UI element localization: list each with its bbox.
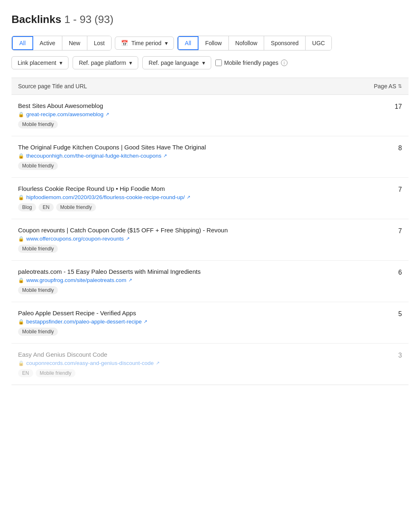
row-title: Coupon revounts | Catch Coupon Code ($15… [18, 227, 377, 234]
filter-follow-btn[interactable]: Follow [199, 36, 228, 50]
row-url-line: 🔒 thecouponhigh.com/the-original-fudge-k… [18, 153, 377, 159]
table-row: Easy And Genius Discount Code 🔒 couponre… [11, 344, 409, 385]
filter-lost-btn[interactable]: Lost [87, 36, 111, 50]
url-domain: hipfoodiemom.com [26, 194, 73, 200]
time-period-dropdown[interactable]: 📅 Time period ▾ [115, 37, 173, 50]
table-header: Source page Title and URL Page AS ⇅ [11, 78, 409, 95]
col-source-header: Source page Title and URL [18, 83, 87, 89]
row-url[interactable]: couponrecords.com/easy-and-genius-discou… [26, 360, 154, 366]
url-domain: www.offercoupons.org [26, 236, 81, 242]
url-path: /site/paleotreats.com [75, 277, 126, 283]
row-as: 17 [377, 102, 402, 110]
tag: Mobile friendly [18, 120, 58, 128]
count-range: 1 - 93 (93) [64, 13, 114, 25]
table-row: Flourless Cookie Recipe Round Up • Hip F… [11, 178, 409, 219]
mobile-friendly-filter[interactable]: Mobile friendly pages i [215, 60, 288, 66]
chevron-down-icon-4: ▾ [202, 60, 205, 66]
filter-ugc-btn[interactable]: UGC [306, 36, 331, 50]
table-row: paleotreats.com - 15 Easy Paleo Desserts… [11, 261, 409, 302]
lock-icon: 🔒 [18, 319, 24, 325]
tag: Mobile friendly [18, 162, 58, 170]
filter-sponsored-btn[interactable]: Sponsored [264, 36, 306, 50]
url-domain: couponrecords.com [26, 360, 75, 366]
external-link-icon: ↗ [156, 360, 160, 366]
row-left: Best Sites About Awesomeblog 🔒 great-rec… [18, 102, 377, 128]
row-title: Best Sites About Awesomeblog [18, 102, 377, 109]
lock-icon: 🔒 [18, 277, 24, 283]
row-title: Easy And Genius Discount Code [18, 351, 377, 358]
row-url-line: 🔒 hipfoodiemom.com/2020/03/26/flourless-… [18, 194, 377, 200]
tag: Mobile friendly [18, 328, 58, 336]
col-as-header[interactable]: Page AS ⇅ [374, 83, 402, 89]
external-link-icon: ↗ [126, 236, 130, 241]
ref-page-language-dropdown[interactable]: Ref. page language ▾ [142, 56, 211, 69]
url-path: /coupon-revounts [81, 236, 123, 242]
tag: Mobile friendly [56, 203, 96, 211]
url-path: /2020/03/26/flourless-cookie-recipe-roun… [73, 194, 185, 200]
table-row: Paleo Apple Dessert Recipe - Verified Ap… [11, 302, 409, 344]
filter-active-btn[interactable]: Active [33, 36, 62, 50]
url-path: /paleo-apple-dessert-recipe [74, 319, 142, 325]
mobile-friendly-checkbox[interactable] [215, 60, 222, 66]
url-domain: thecouponhigh.com [26, 153, 75, 159]
filter-all-btn[interactable]: All [12, 36, 33, 50]
row-as: 8 [377, 144, 402, 152]
tags-line: Mobile friendly [18, 245, 377, 253]
page-title: Backlinks 1 - 93 (93) [11, 13, 409, 26]
row-as: 6 [377, 268, 402, 276]
external-link-icon: ↗ [187, 195, 190, 200]
table-row: The Original Fudge Kitchen Coupons | Goo… [11, 136, 409, 178]
table-row: Best Sites About Awesomeblog 🔒 great-rec… [11, 95, 409, 136]
link-type-filter-group: All Follow Nofollow Sponsored UGC [177, 36, 332, 50]
link-placement-dropdown[interactable]: Link placement ▾ [11, 56, 68, 69]
tags-line: Mobile friendly [18, 328, 377, 336]
title-text: Backlinks [11, 13, 61, 25]
row-left: The Original Fudge Kitchen Coupons | Goo… [18, 144, 377, 170]
row-title: Flourless Cookie Recipe Round Up • Hip F… [18, 185, 377, 192]
external-link-icon: ↗ [144, 319, 147, 324]
row-url-line: 🔒 www.groupfrog.com/site/paleotreats.com… [18, 277, 377, 283]
lock-icon: 🔒 [18, 153, 24, 159]
external-link-icon: ↗ [128, 277, 132, 283]
url-domain: bestappsfinder.com [26, 319, 74, 325]
filter-nofollow-btn[interactable]: Nofollow [229, 36, 265, 50]
tag: Blog [18, 203, 36, 211]
row-url[interactable]: hipfoodiemom.com/2020/03/26/flourless-co… [26, 194, 185, 200]
tag: EN [39, 203, 54, 211]
row-url[interactable]: bestappsfinder.com/paleo-apple-dessert-r… [26, 319, 142, 325]
chevron-down-icon-3: ▾ [129, 60, 132, 66]
row-url[interactable]: www.offercoupons.org/coupon-revounts [26, 236, 124, 242]
lock-icon: 🔒 [18, 360, 24, 366]
tags-line: Mobile friendly [18, 162, 377, 170]
lock-icon: 🔒 [18, 236, 24, 242]
ref-page-platform-dropdown[interactable]: Ref. page platform ▾ [73, 56, 138, 69]
row-title: The Original Fudge Kitchen Coupons | Goo… [18, 144, 377, 151]
mobile-friendly-label: Mobile friendly pages [224, 60, 278, 66]
external-link-icon: ↗ [105, 112, 109, 117]
filters-row-2: Link placement ▾ Ref. page platform ▾ Re… [11, 56, 409, 69]
ref-page-platform-label: Ref. page platform [79, 60, 126, 66]
status-filter-group: All Active New Lost [11, 36, 112, 50]
row-url[interactable]: www.groupfrog.com/site/paleotreats.com [26, 277, 126, 283]
table-rows: Best Sites About Awesomeblog 🔒 great-rec… [11, 95, 409, 385]
url-domain: www.groupfrog.com [26, 277, 75, 283]
filter-all2-btn[interactable]: All [178, 36, 199, 50]
row-url-line: 🔒 great-recipe.com/awesomeblog ↗ [18, 111, 377, 117]
col-as-label: Page AS [374, 83, 397, 89]
row-url[interactable]: great-recipe.com/awesomeblog [26, 111, 103, 117]
link-placement-label: Link placement [18, 60, 56, 66]
tag: Mobile friendly [18, 245, 58, 253]
tags-line: Mobile friendly [18, 120, 377, 128]
filter-new-btn[interactable]: New [62, 36, 87, 50]
tag: Mobile friendly [18, 286, 58, 294]
tag: Mobile friendly [36, 369, 75, 377]
row-url-line: 🔒 www.offercoupons.org/coupon-revounts ↗ [18, 236, 377, 242]
info-icon: i [281, 60, 288, 66]
url-domain: great-recipe.com [26, 111, 68, 117]
row-url-line: 🔒 couponrecords.com/easy-and-genius-disc… [18, 360, 377, 366]
sort-icon: ⇅ [398, 83, 402, 89]
tags-line: Mobile friendly [18, 286, 377, 294]
url-path: /the-original-fudge-kitchen-coupons [75, 153, 162, 159]
row-url[interactable]: thecouponhigh.com/the-original-fudge-kit… [26, 153, 161, 159]
url-path: /easy-and-genius-discount-code [75, 360, 154, 366]
